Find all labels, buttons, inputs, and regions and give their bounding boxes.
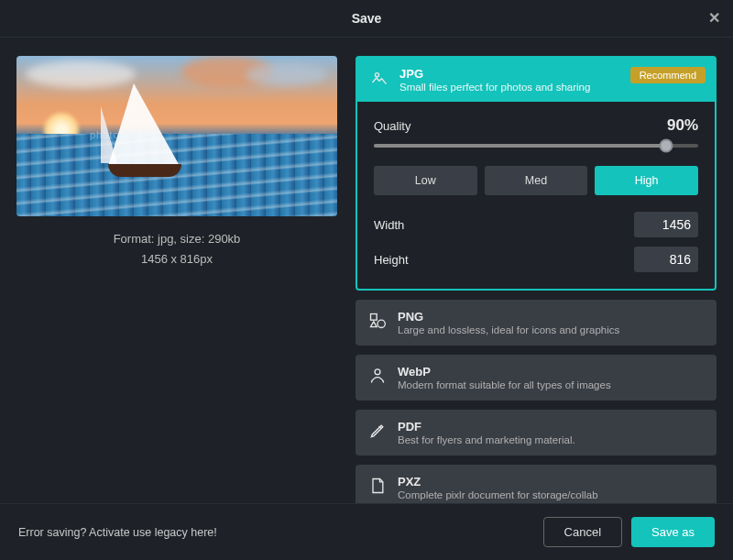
svg-point-2 [377, 320, 385, 327]
format-subtitle: Modern format suitable for all types of … [398, 379, 611, 390]
watermark-text: photobucket [90, 129, 155, 140]
photo-icon [370, 69, 388, 90]
image-preview: photobucket [16, 56, 337, 216]
cancel-button[interactable]: Cancel [543, 517, 622, 547]
person-icon [368, 367, 387, 388]
format-option-webp[interactable]: WebP Modern format suitable for all type… [356, 355, 717, 401]
format-options: JPG Small files perfect for photos and s… [356, 56, 717, 511]
format-title: WebP [398, 365, 611, 379]
dialog-footer: Error saving? Activate use legacy here! … [0, 503, 733, 560]
format-title: PXZ [398, 475, 598, 489]
legacy-link[interactable]: Error saving? Activate use legacy here! [18, 526, 217, 539]
quality-presets: Low Med High [374, 166, 698, 195]
format-subtitle: Complete pixlr document for storage/coll… [398, 489, 598, 500]
height-input[interactable] [634, 247, 698, 272]
preset-med[interactable]: Med [485, 166, 588, 195]
quality-slider[interactable] [374, 144, 698, 148]
save-as-button[interactable]: Save as [631, 517, 715, 547]
svg-point-0 [375, 73, 378, 77]
preset-low[interactable]: Low [374, 166, 477, 195]
format-option-pdf[interactable]: PDF Best for flyers and marketing materi… [356, 410, 717, 456]
quality-label: Quality [374, 119, 410, 133]
format-size-text: Format: jpg, size: 290kb [16, 229, 337, 249]
format-subtitle: Small files perfect for photos and shari… [399, 82, 590, 93]
width-input[interactable] [634, 212, 698, 237]
recommend-badge: Recommend [630, 67, 706, 83]
shapes-icon [368, 312, 387, 333]
preview-panel: photobucket Format: jpg, size: 290kb 145… [16, 56, 337, 511]
dialog-title: Save [352, 11, 382, 26]
format-option-jpg[interactable]: JPG Small files perfect for photos and s… [356, 56, 717, 291]
slider-thumb[interactable] [659, 139, 673, 153]
document-icon [368, 477, 387, 498]
format-option-png[interactable]: PNG Large and lossless, ideal for icons … [356, 300, 717, 346]
format-title: JPG [399, 67, 590, 81]
dimensions-text: 1456 x 816px [16, 249, 337, 269]
close-icon[interactable]: ✕ [708, 9, 720, 27]
svg-point-3 [375, 369, 380, 375]
height-label: Height [374, 253, 409, 267]
pen-icon [368, 422, 387, 443]
format-title: PNG [398, 310, 619, 324]
quality-value: 90% [667, 116, 698, 135]
format-subtitle: Best for flyers and marketing material. [398, 434, 575, 445]
svg-rect-1 [371, 314, 377, 321]
format-subtitle: Large and lossless, ideal for icons and … [398, 324, 619, 335]
format-title: PDF [398, 420, 575, 434]
preset-high[interactable]: High [595, 166, 698, 195]
dialog-header: Save ✕ [0, 0, 733, 38]
width-label: Width [374, 218, 404, 232]
